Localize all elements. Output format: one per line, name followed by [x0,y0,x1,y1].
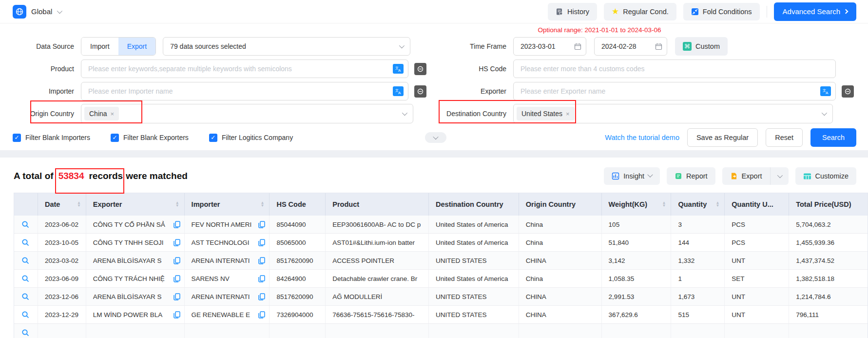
export-label: Export [742,172,762,180]
time-frame-label: Time Frame [436,42,513,50]
fuzzy-match-icon[interactable] [414,85,426,98]
cell-weight: 2,991.53 [602,288,672,305]
save-as-regular-button[interactable]: Save as Regular [687,128,758,147]
regular-cond-button[interactable]: ★ Regular Cond. [604,3,676,20]
calendar-icon[interactable] [655,43,662,50]
table-row: 2023-12-29 LM WİND POWER BLA GE RENEWABL… [14,306,868,324]
search-button[interactable]: Search [810,128,856,147]
form-row-product: Product 文A HS Code [0,58,868,80]
copy-icon[interactable] [174,311,180,318]
col-header-importer[interactable]: Importer▲▼ [185,193,270,216]
advanced-search-button[interactable]: Advanced Search [774,2,856,21]
copy-icon[interactable] [258,239,265,246]
cell-exporter: CÔNG TY TRÁCH NHIỆ [86,270,185,287]
collapse-form-button[interactable] [425,132,446,143]
destination-country-select[interactable]: United States × [513,104,833,123]
total-records-word: records [89,171,123,181]
cell-quantity-unit: UNT [725,306,789,323]
reset-button[interactable]: Reset [766,128,803,147]
copy-icon[interactable] [258,257,265,264]
globe-icon [13,5,26,19]
tag-label: China [89,110,107,118]
view-detail-icon[interactable] [21,220,30,229]
report-label: Report [686,172,708,180]
tutorial-link[interactable]: Watch the tutorial demo [605,134,679,141]
svg-text:A: A [398,91,401,95]
col-header-date[interactable]: Date▲▼ [38,193,86,216]
export-options-button[interactable] [770,167,789,185]
hs-code-input[interactable] [513,60,836,78]
filter-logitics-company-checkbox[interactable]: ✓ Filter Logitics Company [209,134,293,142]
sort-icon[interactable]: ▲▼ [172,201,179,207]
copy-icon[interactable] [174,275,180,282]
cell-importer: ARENA INTERNATI [185,288,270,305]
view-detail-icon[interactable] [21,293,30,301]
exporter-field: 文A [513,82,836,100]
sort-icon[interactable]: ▲▼ [658,201,666,207]
cell-quantity: 144 [671,234,725,251]
insight-button[interactable]: Insight [604,167,660,185]
results-section: A total of 53834 records were matched In… [0,165,868,338]
importer-input[interactable] [81,82,408,100]
fold-conditions-button[interactable]: Fold Conditions [683,3,760,20]
view-detail-icon[interactable] [21,257,30,265]
product-input[interactable] [81,60,408,78]
filter-blank-exporters-checkbox[interactable]: ✓ Filter Blank Exporters [111,134,189,142]
copy-icon[interactable] [258,293,265,300]
history-icon [556,8,563,16]
tag-label: United States [521,110,562,118]
cell-destination-country: United States of America [429,216,519,233]
insight-icon [612,172,619,180]
destination-country-label: Destination Country [436,110,513,118]
cell-importer: AST TECHNOLOGI [185,234,270,251]
col-header-quantity[interactable]: Quantity▲▼ [671,193,725,216]
calendar-icon[interactable] [574,43,581,50]
data-sources-select[interactable]: 79 data sources selected [163,37,410,56]
cell-quantity-unit: PCS [725,234,789,251]
copy-icon[interactable] [258,311,265,318]
copy-icon[interactable] [174,221,180,228]
translate-icon[interactable]: 文A [393,86,404,96]
copy-icon[interactable] [174,293,180,300]
checkbox-checked-icon: ✓ [13,134,21,142]
cell-product: AĞ MODULLERİ [326,288,429,305]
translate-icon[interactable]: 文A [393,64,404,74]
cell-quantity: 515 [671,306,725,323]
fuzzy-match-icon[interactable] [414,63,426,75]
copy-icon[interactable] [174,257,180,264]
cell-quantity-unit: SET [725,270,789,287]
region-selector[interactable]: Global [13,5,61,19]
col-header-weight[interactable]: Weight(KG)▲▼ [602,193,672,216]
export-button[interactable]: Export [722,167,770,185]
copy-icon[interactable] [174,239,180,246]
filter-blank-importers-checkbox[interactable]: ✓ Filter Blank Importers [13,134,90,142]
import-toggle[interactable]: Import [81,38,118,55]
table-row: 2023-10-05 CÔNG TY TNHH SEOJI AST TECHNO… [14,234,868,252]
report-button[interactable]: Report [667,167,715,185]
view-detail-icon[interactable] [21,311,30,319]
remove-tag-icon[interactable]: × [111,110,115,118]
translate-icon[interactable]: 文A [820,86,831,96]
custom-range-button[interactable]: ⌘ Custom [675,37,728,56]
customize-button[interactable]: Customize [795,167,857,185]
copy-icon[interactable] [258,221,265,228]
sort-icon[interactable]: ▲▼ [73,201,81,207]
export-split-button: Export [722,167,789,185]
copy-icon[interactable] [258,275,265,282]
cell-destination-country: UNITED STATES [429,288,519,305]
view-detail-icon[interactable] [21,275,30,283]
col-header-total-price: Total Price(USD) [789,193,868,216]
sort-icon[interactable]: ▲▼ [712,201,719,207]
cell-quantity [671,324,725,338]
view-detail-icon[interactable] [21,239,30,247]
fuzzy-match-icon[interactable] [842,85,854,98]
origin-country-select[interactable]: China × [81,104,413,123]
cell-hs-code: 85044090 [270,216,326,233]
view-detail-icon[interactable] [21,329,30,337]
history-button[interactable]: History [548,3,597,20]
col-header-exporter[interactable]: Exporter▲▼ [86,193,185,216]
export-toggle[interactable]: Export [118,38,155,55]
exporter-input[interactable] [513,82,836,100]
remove-tag-icon[interactable]: × [566,110,570,118]
sort-icon[interactable]: ▲▼ [256,201,264,207]
